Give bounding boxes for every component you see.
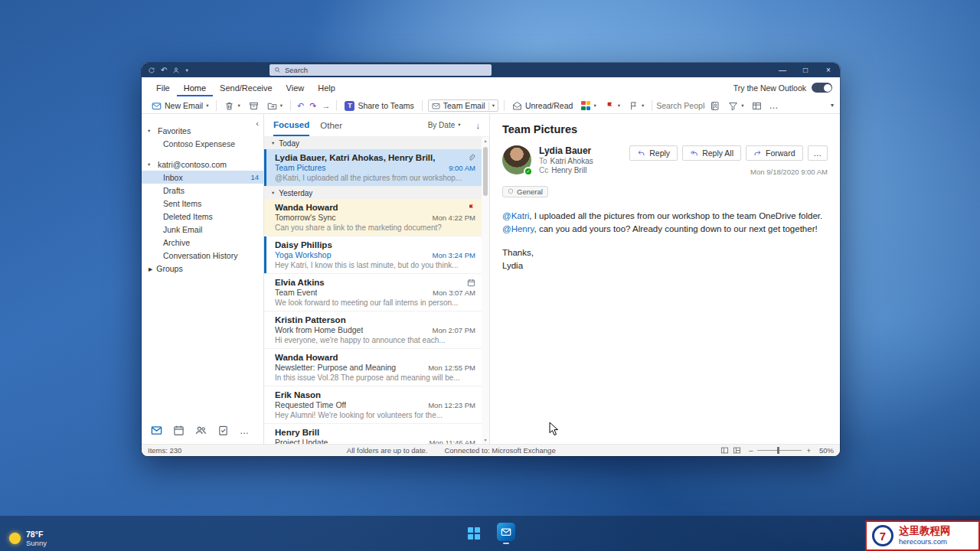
maximize-button[interactable]: □	[794, 63, 817, 77]
sidebar-item-archive[interactable]: Archive	[142, 236, 263, 249]
title-bar[interactable]: ↶ ▾ — □ ×	[142, 63, 840, 77]
layout-normal-icon[interactable]	[720, 446, 729, 455]
flag-options-button[interactable]: ▾	[625, 100, 648, 112]
new-email-button[interactable]: New Email ▾	[148, 100, 212, 112]
insert-table-button[interactable]	[748, 100, 766, 112]
sidebar-item-deleted-items[interactable]: Deleted Items	[142, 210, 263, 223]
zoom-in-icon[interactable]: +	[806, 446, 811, 455]
tab-focused[interactable]: Focused	[273, 114, 309, 136]
search-input[interactable]	[285, 66, 487, 74]
zoom-slider-thumb[interactable]	[777, 447, 779, 454]
favorite-item-contoso-expensese[interactable]: Contoso Expensese	[142, 137, 263, 150]
taskbar-outlook-icon[interactable]	[495, 520, 518, 546]
reply-all-button[interactable]: Reply All	[682, 145, 741, 161]
search-people-input[interactable]	[656, 101, 705, 110]
contact-icon[interactable]	[172, 67, 180, 74]
undo-icon[interactable]: ↶	[295, 102, 306, 110]
collapse-folder-pane-icon[interactable]: ‹	[256, 119, 259, 128]
sidebar-item-sent-items[interactable]: Sent Items	[142, 197, 263, 210]
delete-chevron-icon[interactable]: ▾	[237, 103, 240, 109]
sidebar-item-conversation-history[interactable]: Conversation History	[142, 249, 263, 262]
account-header[interactable]: ▾ katri@contoso.com	[142, 158, 263, 171]
sidebar-item-junk-email[interactable]: Junk Email	[142, 223, 263, 236]
cc-recipient[interactable]: Henry Brill	[551, 166, 586, 174]
quick-steps-chevron-icon[interactable]: ▾	[492, 103, 495, 109]
minimize-button[interactable]: —	[771, 63, 794, 77]
start-button[interactable]	[462, 520, 485, 546]
mail-nav-icon[interactable]	[151, 425, 162, 436]
tasks-nav-icon[interactable]	[217, 425, 229, 436]
menu-home[interactable]: Home	[177, 80, 213, 96]
undo-icon[interactable]: ↶	[161, 66, 167, 74]
people-nav-icon[interactable]	[195, 425, 207, 436]
filter-email-button[interactable]: ▾	[724, 100, 747, 112]
unread-read-button[interactable]: Unread/Read	[508, 100, 577, 112]
list-scrollbar[interactable]: ▴ ▾	[482, 137, 489, 444]
group-header-today[interactable]: ▾ Today	[264, 137, 489, 149]
share-to-teams-button[interactable]: T Share to Teams	[341, 100, 417, 112]
archive-button[interactable]	[245, 100, 263, 112]
calendar-nav-icon[interactable]	[173, 425, 185, 436]
flag-options-chevron-icon[interactable]: ▾	[642, 103, 644, 109]
email-list-item[interactable]: Erik Nason Requested Time Off Mon 12:23 …	[264, 386, 489, 424]
sender-name[interactable]: Lydia Bauer	[539, 145, 593, 156]
scroll-up-icon[interactable]: ▴	[484, 138, 486, 144]
to-recipient[interactable]: Katri Ahokas	[550, 157, 593, 165]
categorize-chevron-icon[interactable]: ▾	[593, 103, 596, 109]
search-box[interactable]	[270, 64, 492, 76]
flag-icon[interactable]	[467, 204, 475, 212]
group-header-yesterday[interactable]: ▾ Yesterday	[264, 187, 489, 199]
new-outlook-toggle[interactable]	[812, 83, 832, 93]
menu-view[interactable]: View	[279, 80, 312, 96]
follow-up-chevron-icon[interactable]: ▾	[618, 103, 620, 109]
email-list-item[interactable]: Henry Brill Project Update Mon 11:46 AM	[264, 424, 489, 444]
quick-steps-team-email[interactable]: Team Email ▾	[428, 99, 498, 112]
menu-help[interactable]: Help	[311, 80, 342, 96]
layout-reading-icon[interactable]	[733, 446, 741, 455]
move-to-button[interactable]: ▾	[263, 100, 286, 112]
avatar[interactable]: ✓	[502, 145, 531, 174]
sidebar-item-groups[interactable]: ▸ Groups	[142, 262, 263, 275]
email-list-item[interactable]: Wanda Howard Tomorrow's Sync Mon 4:22 PM…	[264, 199, 489, 236]
email-list-item[interactable]: Wanda Howard Newsletter: Purpose and Mea…	[264, 349, 489, 386]
menu-file[interactable]: File	[149, 80, 177, 96]
email-list-item[interactable]: Kristin Patterson Work from Home Budget …	[264, 311, 489, 349]
mention-katri[interactable]: @Katri	[502, 211, 529, 220]
mention-henry[interactable]: @Henry	[502, 224, 534, 233]
ribbon-collapse-icon[interactable]: ▾	[831, 103, 834, 109]
zoom-slider[interactable]	[757, 450, 802, 451]
reply-button[interactable]: Reply	[629, 145, 678, 161]
follow-up-button[interactable]: ▾	[601, 100, 624, 112]
more-commands-icon[interactable]: …	[766, 101, 780, 110]
delete-button[interactable]: ▾	[220, 100, 243, 112]
sort-by-date[interactable]: By Date ▾	[428, 121, 461, 129]
redo-icon[interactable]: ↷	[307, 102, 318, 110]
categorize-button[interactable]: ▾	[577, 100, 599, 111]
filter-chevron-icon[interactable]: ▾	[741, 103, 743, 109]
sort-direction-icon[interactable]: ↓	[476, 121, 481, 130]
favorites-header[interactable]: ▾ Favorites	[142, 124, 263, 137]
menu-send-receive[interactable]: Send/Receive	[213, 80, 279, 96]
sidebar-item-drafts[interactable]: Drafts	[142, 184, 263, 197]
send-receive-icon[interactable]	[148, 67, 155, 74]
forward-icon[interactable]: →	[319, 102, 332, 110]
address-book-button[interactable]	[706, 100, 724, 112]
close-button[interactable]: ×	[817, 63, 840, 77]
email-list-item[interactable]: Lydia Bauer, Katri Ahokas, Henry Brill, …	[264, 149, 489, 187]
email-list-item[interactable]: Daisy Phillips Yoga Workshop Mon 3:24 PM…	[264, 236, 489, 274]
move-to-chevron-icon[interactable]: ▾	[280, 103, 283, 109]
sidebar-item-inbox[interactable]: Inbox 14	[142, 171, 263, 184]
more-actions-button[interactable]: …	[808, 145, 828, 161]
zoom-out-icon[interactable]: –	[749, 446, 753, 455]
zoom-percentage[interactable]: 50%	[815, 446, 834, 455]
email-list-item[interactable]: Elvia Atkins Team Event Mon 3:07 AM We l…	[264, 274, 489, 311]
new-email-chevron-icon[interactable]: ▾	[206, 103, 208, 109]
weather-widget[interactable]: 78°F Sunny	[9, 530, 47, 547]
scroll-down-icon[interactable]: ▾	[484, 437, 486, 443]
forward-button[interactable]: Forward	[746, 145, 803, 161]
sensitivity-label[interactable]: General	[502, 186, 548, 197]
scrollbar-thumb[interactable]	[483, 147, 488, 196]
qat-chevron-down-icon[interactable]: ▾	[185, 67, 188, 73]
tab-other[interactable]: Other	[320, 121, 342, 130]
more-apps-icon[interactable]: …	[240, 425, 250, 436]
